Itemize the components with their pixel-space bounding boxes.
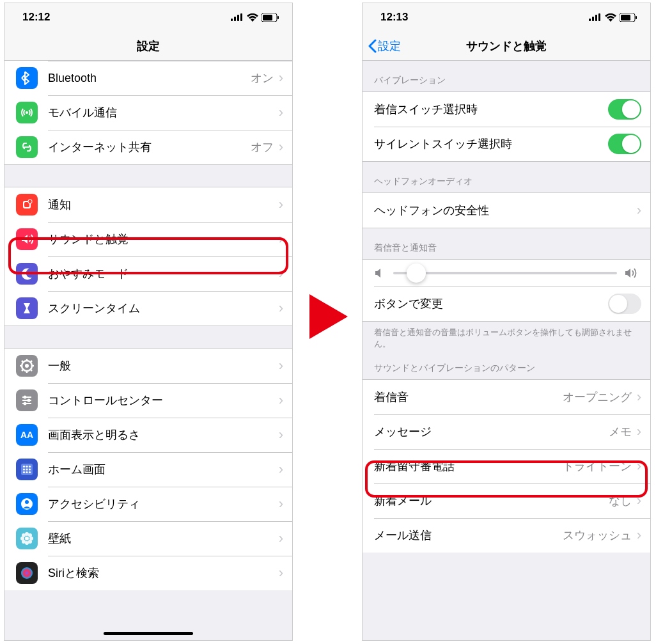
svg-point-48 <box>22 540 26 544</box>
chevron-right-icon: › <box>279 392 283 409</box>
svg-rect-52 <box>589 19 591 21</box>
cell-ringtone[interactable]: 着信音オープニング› <box>363 380 650 414</box>
wifi-icon <box>247 13 258 22</box>
cell-value: メモ <box>609 424 632 439</box>
chevron-right-icon: › <box>637 458 641 475</box>
siri-icon <box>16 562 38 584</box>
cell-headphone-safety[interactable]: ヘッドフォンの安全性 › <box>363 193 650 228</box>
svg-rect-0 <box>231 19 233 21</box>
cell-siri[interactable]: Siriと検索› <box>4 556 292 590</box>
cell-label: ボタンで変更 <box>374 296 608 311</box>
svg-point-41 <box>25 537 29 540</box>
svg-point-33 <box>23 468 25 470</box>
cell-newmail[interactable]: 新着メールなし› <box>363 483 650 518</box>
toggle-change-buttons[interactable] <box>608 294 641 314</box>
section-footer: 着信音と通知音の音量はボリュームボタンを操作しても調節されません。 <box>363 322 650 354</box>
chevron-right-icon: › <box>279 231 283 247</box>
chevron-right-icon: › <box>279 357 283 374</box>
cell-label: メール送信 <box>374 528 563 543</box>
status-time: 12:12 <box>22 11 50 24</box>
toggle-vibrate-silent[interactable] <box>608 134 641 154</box>
svg-rect-6 <box>277 16 279 19</box>
cell-general[interactable]: 一般› <box>4 349 292 383</box>
link-icon <box>16 136 38 158</box>
section-header-vibration: バイブレーション <box>363 61 650 91</box>
chevron-right-icon: › <box>279 265 283 282</box>
svg-point-49 <box>28 540 32 544</box>
cell-accessibility[interactable]: アクセシビリティ› <box>4 487 292 521</box>
chevron-back-icon <box>368 39 377 53</box>
cell-change-buttons[interactable]: ボタンで変更 <box>363 287 650 321</box>
svg-rect-3 <box>240 13 242 21</box>
cell-hotspot[interactable]: インターネット共有オフ› <box>4 130 292 164</box>
cell-vibrate-ring[interactable]: 着信スイッチ選択時 <box>363 92 650 127</box>
chevron-right-icon: › <box>279 139 283 155</box>
chevron-right-icon: › <box>279 104 283 121</box>
cell-screentime[interactable]: スクリーンタイム› <box>4 291 292 326</box>
svg-rect-57 <box>621 15 630 20</box>
volume-slider[interactable] <box>393 272 617 274</box>
chevron-right-icon: › <box>637 389 641 405</box>
svg-line-20 <box>22 369 24 371</box>
cell-cellular[interactable]: モバイル通信› <box>4 95 292 130</box>
cell-dnd[interactable]: おやすみモード› <box>4 256 292 291</box>
chevron-right-icon: › <box>279 427 283 443</box>
cell-control[interactable]: コントロールセンター› <box>4 383 292 418</box>
cell-label: ホーム画面 <box>48 462 279 477</box>
cell-notifications[interactable]: 通知› <box>4 187 292 222</box>
cell-home[interactable]: ホーム画面› <box>4 452 292 487</box>
sliders-icon <box>16 389 38 411</box>
svg-point-40 <box>25 500 29 504</box>
cell-sentmail[interactable]: メール送信スウォッシュ› <box>363 518 650 553</box>
signal-icon <box>231 13 244 21</box>
svg-point-27 <box>24 402 27 405</box>
svg-point-11 <box>29 200 32 203</box>
section-header-patterns: サウンドとバイブレーションのパターン <box>363 354 650 379</box>
cell-label: Siriと検索 <box>48 565 279 581</box>
svg-point-36 <box>23 471 25 473</box>
cell-label: インターネット共有 <box>48 139 251 155</box>
chevron-right-icon: › <box>279 196 283 213</box>
back-button[interactable]: 設定 <box>363 38 401 54</box>
svg-point-35 <box>29 468 31 470</box>
battery-icon <box>620 13 637 22</box>
svg-marker-51 <box>309 294 348 339</box>
cell-texttone[interactable]: メッセージメモ› <box>363 414 650 449</box>
svg-point-37 <box>26 471 27 473</box>
cell-value: スウォッシュ <box>563 528 632 543</box>
antenna-icon <box>16 102 38 123</box>
speaker-low-icon <box>374 267 386 279</box>
svg-point-31 <box>26 466 27 467</box>
cell-bluetooth[interactable]: Bluetoothオン› <box>4 61 292 95</box>
cell-vibrate-silent[interactable]: サイレントスイッチ選択時 <box>363 127 650 161</box>
flower-icon <box>16 528 38 549</box>
volume-slider-cell[interactable] <box>363 260 650 287</box>
settings-screen-right: 12:13 設定 サウンドと触覚 バイブレーション 着信スイッチ選択時 サイレン… <box>362 3 651 641</box>
cell-label: スクリーンタイム <box>48 301 279 316</box>
toggle-vibrate-ring[interactable] <box>608 99 641 120</box>
cell-label: 画面表示と明るさ <box>48 427 279 443</box>
svg-point-50 <box>21 567 33 579</box>
speaker-high-icon <box>625 267 639 279</box>
cell-label: 着信スイッチ選択時 <box>374 102 608 117</box>
svg-point-7 <box>26 111 28 114</box>
speaker-icon <box>16 228 38 250</box>
cell-voicemail[interactable]: 新着留守番電話トライトーン› <box>363 449 650 483</box>
status-bar: 12:12 <box>4 3 292 31</box>
svg-point-38 <box>29 471 31 473</box>
chevron-right-icon: › <box>279 300 283 317</box>
page-title: 設定 <box>4 38 292 54</box>
cell-wallpaper[interactable]: 壁紙› <box>4 521 292 556</box>
home-indicator <box>104 632 193 635</box>
cell-label: ヘッドフォンの安全性 <box>374 203 637 218</box>
svg-point-13 <box>25 364 29 368</box>
chevron-right-icon: › <box>279 530 283 547</box>
cell-sounds[interactable]: サウンドと触覚› <box>4 222 292 256</box>
chevron-right-icon: › <box>637 527 641 544</box>
cell-label: 新着メール <box>374 493 609 508</box>
settings-screen-left: 12:12 設定 Bluetoothオン›モバイル通信›インターネット共有オフ›… <box>4 3 293 641</box>
slider-knob[interactable] <box>407 263 426 283</box>
svg-point-34 <box>26 468 27 470</box>
grid-icon <box>16 459 38 480</box>
cell-display[interactable]: AA画面表示と明るさ› <box>4 418 292 452</box>
